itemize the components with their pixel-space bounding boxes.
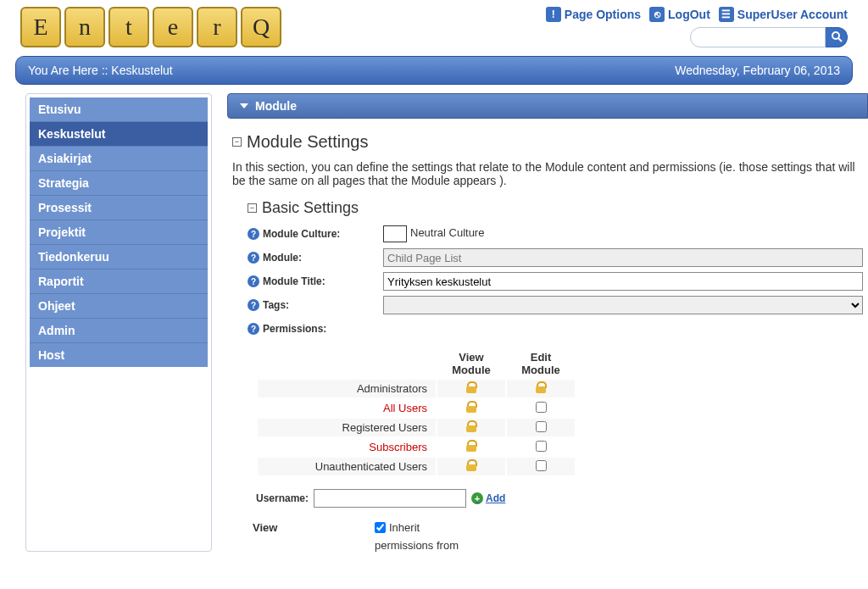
search-input[interactable] [690,27,826,47]
module-settings-title: −Module Settings [232,132,863,152]
date-display: Wednesday, February 06, 2013 [675,64,840,77]
module-title-input[interactable] [383,272,863,291]
help-icon[interactable]: ? [248,275,259,287]
module-header[interactable]: Module [227,93,868,119]
collapse-icon[interactable]: − [232,137,242,147]
sidebar-item-asiakirjat[interactable]: Asiakirjat [30,147,208,171]
logout-icon: ⎋ [649,7,665,22]
svg-line-1 [838,38,842,42]
breadcrumb: You Are Here :: Keskustelut Wednesday, F… [15,56,853,85]
sidebar-item-tiedonkeruu[interactable]: Tiedonkeruu [30,245,208,269]
perm-col-edit: EditModule [507,349,575,378]
info-icon: ! [546,7,561,22]
help-icon[interactable]: ? [248,228,259,240]
search-button[interactable] [826,27,848,47]
help-icon[interactable]: ? [248,323,259,335]
perm-row: Registered Users [258,419,575,436]
permissions-label: ?Permissions: [248,323,383,335]
module-culture-value: Neutral Culture [383,225,863,242]
module-culture-label: ?Module Culture: [248,228,383,240]
logo-tile: e [153,7,193,47]
username-label: Username: [256,492,309,504]
module-label: ?Module: [248,252,383,264]
logo-tile: Q [241,7,281,47]
permissions-table: ViewModule EditModule Administrators All… [256,347,576,477]
lock-icon[interactable] [465,459,477,471]
collapse-icon[interactable]: − [248,203,257,213]
basic-settings-title: −Basic Settings [248,199,863,217]
sidebar-item-host[interactable]: Host [30,343,208,367]
logo-tile: E [20,7,61,47]
inherit-label: Inherit [389,521,420,534]
perm-checkbox[interactable] [536,441,547,452]
lock-icon[interactable] [535,381,547,393]
svg-point-0 [832,32,839,39]
logo-tile: n [64,7,105,47]
perm-checkbox[interactable] [536,421,547,432]
sidebar-item-etusivu[interactable]: Etusivu [30,97,208,122]
user-icon: ☰ [719,7,734,22]
perm-row: Subscribers [258,438,575,456]
perm-checkbox[interactable] [536,402,547,413]
permissions-from-text: permissions from [375,539,459,552]
sidebar-item-prosessit[interactable]: Prosessit [30,196,208,220]
username-input[interactable] [314,489,466,508]
chevron-down-icon [240,103,248,108]
lock-icon[interactable] [465,401,477,413]
help-icon[interactable]: ? [248,252,259,264]
module-title-label: ?Module Title: [248,275,383,287]
logo-tile: r [197,7,237,47]
perm-row: All Users [258,399,575,417]
account-link[interactable]: ☰SuperUser Account [719,7,848,22]
sidebar-item-projektit[interactable]: Projektit [30,220,208,245]
module-description: In this section, you can define the sett… [232,160,863,187]
perm-row: Administrators [258,380,575,397]
search-icon [831,31,843,42]
view-label: View [248,521,358,534]
logo-tile: t [108,7,149,47]
lock-icon[interactable] [465,381,477,393]
sidebar-item-keskustelut[interactable]: Keskustelut [30,122,208,147]
perm-checkbox[interactable] [536,460,547,471]
logout-link[interactable]: ⎋LogOut [649,7,710,22]
sidebar-item-ohjeet[interactable]: Ohjeet [30,294,208,319]
tags-label: ?Tags: [248,299,383,311]
perm-col-view: ViewModule [437,349,505,378]
page-options-link[interactable]: !Page Options [546,7,641,22]
lock-icon[interactable] [465,420,477,432]
lock-icon[interactable] [465,440,477,452]
search-box [546,27,848,47]
module-name-input [383,248,863,267]
logo: E n t e r Q [20,7,281,47]
inherit-checkbox[interactable] [375,522,386,533]
flag-icon [383,225,407,242]
sidebar-item-admin[interactable]: Admin [30,319,208,343]
sidebar-item-raportit[interactable]: Raportit [30,269,208,294]
perm-row: Unauthenticated Users [258,458,575,475]
sidebar-item-strategia[interactable]: Strategia [30,171,208,196]
help-icon[interactable]: ? [248,299,259,311]
tags-select[interactable] [383,296,863,314]
plus-icon: + [471,492,483,504]
sidebar: Etusivu Keskustelut Asiakirjat Strategia… [25,93,212,552]
add-user-link[interactable]: +Add [471,492,505,504]
